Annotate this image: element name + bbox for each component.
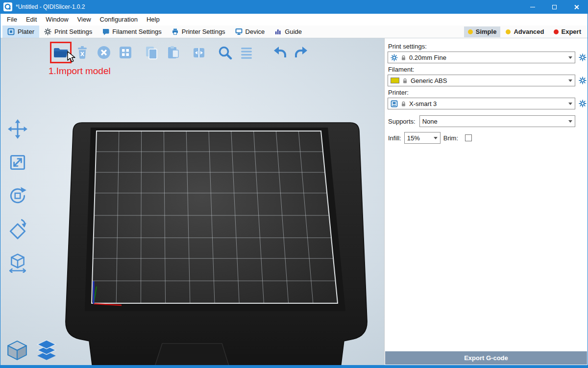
measure-button[interactable] xyxy=(6,251,29,274)
maximize-icon xyxy=(552,5,557,9)
printer-value: X-smart 3 xyxy=(409,100,564,107)
tab-label: Device xyxy=(245,28,265,35)
delete-all-button[interactable] xyxy=(96,44,112,61)
mode-label: Simple xyxy=(476,28,497,35)
undo-button[interactable] xyxy=(271,44,288,61)
viewport-3d[interactable]: 1.Import model xyxy=(0,38,384,365)
close-button[interactable] xyxy=(565,0,588,14)
move-button[interactable] xyxy=(6,118,29,140)
layers-icon xyxy=(239,45,254,60)
tab-label: Guide xyxy=(285,28,302,35)
menu-help[interactable]: Help xyxy=(142,14,164,26)
measure-icon xyxy=(7,252,28,273)
sidebar: Print settings: xyxy=(384,38,588,365)
cube-3d-icon xyxy=(6,339,28,362)
printer-label: Printer: xyxy=(388,89,587,96)
brim-label: Brim: xyxy=(443,134,458,142)
mode-label: Expert xyxy=(562,28,581,35)
undo-icon xyxy=(272,45,287,60)
split-icon xyxy=(192,45,206,60)
supports-select[interactable]: None xyxy=(419,115,575,127)
infill-select[interactable]: 15% xyxy=(404,132,441,144)
import-model-button[interactable] xyxy=(52,44,69,61)
menu-edit[interactable]: Edit xyxy=(22,14,41,26)
tabbar: Plater Print Settings Filament Settings xyxy=(0,26,588,38)
move-icon xyxy=(7,119,28,139)
scale-button[interactable] xyxy=(6,151,29,174)
tab-device[interactable]: Device xyxy=(230,26,270,38)
paste-button[interactable] xyxy=(165,44,181,61)
scale-icon xyxy=(7,152,28,173)
rotate-button[interactable] xyxy=(6,184,29,207)
close-icon xyxy=(574,4,579,10)
search-button[interactable] xyxy=(217,44,233,61)
infill-row: Infill: 15% Brim: xyxy=(388,132,588,144)
rotate-icon xyxy=(7,185,28,206)
mode-advanced[interactable]: Advanced xyxy=(502,26,548,37)
filament-row: Generic ABS xyxy=(388,75,588,86)
tab-guide[interactable]: Guide xyxy=(270,26,307,38)
paste-icon xyxy=(166,45,180,60)
split-button[interactable] xyxy=(191,44,207,61)
filament-icon xyxy=(102,28,109,35)
mouse-cursor xyxy=(67,51,77,64)
arrange-grid-icon xyxy=(118,45,133,60)
tab-plater[interactable]: Plater xyxy=(2,26,39,38)
printer-row: X-smart 3 xyxy=(388,98,588,109)
gear-icon xyxy=(579,53,587,61)
minimize-icon xyxy=(530,7,535,7)
tab-print-settings[interactable]: Print Settings xyxy=(39,26,97,38)
menu-window[interactable]: Window xyxy=(41,14,73,26)
arrange-button[interactable] xyxy=(117,44,134,61)
menu-configuration[interactable]: Configuration xyxy=(96,14,142,26)
main-area: 1.Import model xyxy=(0,38,588,365)
mode-simple[interactable]: Simple xyxy=(464,26,501,37)
place-on-face-button[interactable] xyxy=(6,218,29,240)
gear-icon xyxy=(44,28,51,35)
gear-icon xyxy=(391,54,398,61)
filament-select[interactable]: Generic ABS xyxy=(388,75,575,86)
brim-checkbox[interactable] xyxy=(465,134,472,141)
layers-preview-icon xyxy=(35,339,58,362)
mode-expert[interactable]: Expert xyxy=(550,26,585,37)
place-on-face-icon xyxy=(7,219,28,239)
import-annotation: 1.Import model xyxy=(49,66,111,77)
window-controls xyxy=(521,0,588,14)
menubar: File Edit Window View Configuration Help xyxy=(0,14,588,26)
tab-label: Printer Settings xyxy=(182,28,225,35)
editor-3d-view-button[interactable] xyxy=(5,339,29,362)
variable-layer-height-button[interactable] xyxy=(238,44,255,61)
advanced-mode-dot-icon xyxy=(506,29,511,34)
mode-label: Advanced xyxy=(514,28,544,35)
redo-icon xyxy=(294,45,309,60)
tab-filament-settings[interactable]: Filament Settings xyxy=(97,26,166,38)
infill-label: Infill: xyxy=(388,134,401,142)
infill-value: 15% xyxy=(407,134,429,142)
supports-value: None xyxy=(422,118,564,125)
copy-button[interactable] xyxy=(143,44,160,61)
edit-print-settings-button[interactable] xyxy=(578,53,588,61)
filament-label: Filament: xyxy=(388,66,587,73)
tab-label: Plater xyxy=(18,28,34,35)
printer-select[interactable]: X-smart 3 xyxy=(388,98,575,109)
printer-icon xyxy=(391,100,398,107)
chevron-down-icon xyxy=(568,103,572,105)
edit-filament-settings-button[interactable] xyxy=(578,77,588,84)
maximize-button[interactable] xyxy=(543,0,565,14)
chevron-down-icon xyxy=(434,137,438,139)
delete-all-icon xyxy=(97,45,111,60)
preview-view-button[interactable] xyxy=(35,339,58,362)
export-gcode-button[interactable]: Export G-code xyxy=(385,351,587,365)
edit-printer-settings-button[interactable] xyxy=(578,100,588,107)
titlebar: *Untitled - QIDISlicer-1.0.2 xyxy=(0,0,588,14)
menu-view[interactable]: View xyxy=(73,14,96,26)
tab-printer-settings[interactable]: Printer Settings xyxy=(167,26,230,38)
import-folder-icon xyxy=(53,45,69,60)
minimize-button[interactable] xyxy=(521,0,543,14)
menu-file[interactable]: File xyxy=(2,14,22,26)
redo-button[interactable] xyxy=(293,44,310,61)
print-profile-select[interactable]: 0.20mm Fine xyxy=(388,52,575,63)
lock-icon xyxy=(402,78,408,84)
search-icon xyxy=(218,45,232,60)
tab-label: Filament Settings xyxy=(112,28,161,35)
